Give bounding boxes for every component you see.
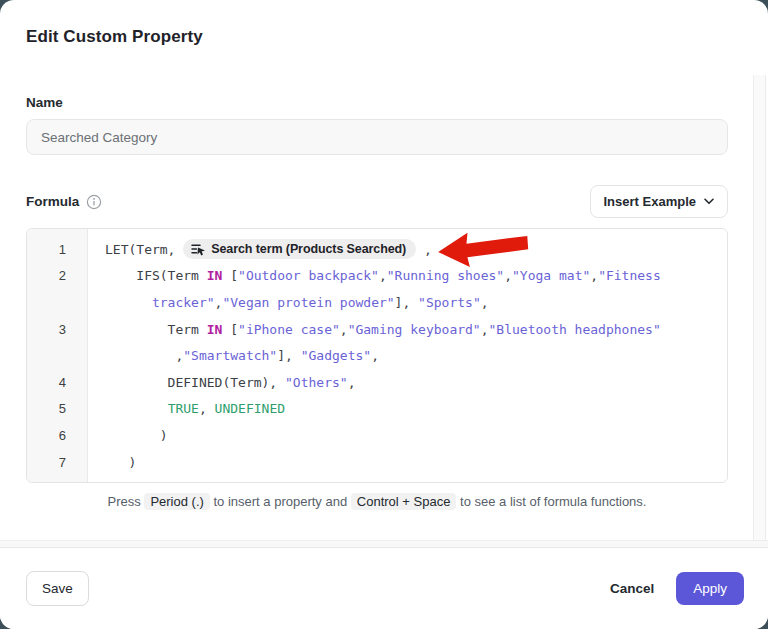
code-token: [: [222, 268, 238, 283]
property-chip[interactable]: Search term (Products Searched): [183, 239, 416, 259]
code-token: UNDEFINED: [215, 401, 285, 416]
footer-divider: [0, 540, 768, 547]
line-number: 7: [27, 455, 87, 470]
code-token: DEFINED(Term),: [105, 375, 285, 390]
insert-example-button[interactable]: Insert Example: [590, 185, 729, 218]
code-token: tracker": [152, 295, 215, 310]
code-token: ,: [379, 268, 387, 283]
code-token: "Vegan protein powder": [222, 295, 394, 310]
save-button[interactable]: Save: [26, 571, 89, 606]
code-token: ,: [481, 295, 489, 310]
code-row: 2 IFS(Term IN ["Outdoor backpack","Runni…: [27, 263, 727, 290]
hint-text: to see a list of formula functions.: [460, 494, 646, 509]
name-label: Name: [26, 95, 728, 110]
code-row: 5 TRUE, UNDEFINED: [27, 396, 727, 423]
property-chip-label: Search term (Products Searched): [211, 242, 406, 256]
line-number: 1: [27, 242, 87, 257]
code-token: "Others": [285, 375, 348, 390]
modal-title: Edit Custom Property: [0, 0, 768, 47]
code-token: [105, 295, 152, 310]
code-token: "Sports": [418, 295, 481, 310]
code-token: ,: [348, 375, 356, 390]
code-token: "Running shoes": [387, 268, 504, 283]
insert-example-label: Insert Example: [604, 194, 697, 209]
code-row: ,"Smartwatch"], "Gadgets",: [27, 342, 727, 369]
apply-button[interactable]: Apply: [676, 572, 744, 605]
line-number: 2: [27, 268, 87, 283]
code-token: ,: [590, 268, 598, 283]
code-token: ,: [481, 322, 489, 337]
code-line: DEFINED(Term), "Others",: [87, 375, 355, 390]
name-input[interactable]: [26, 119, 728, 155]
code-token: ,: [199, 401, 215, 416]
formula-header: Formula Insert Example: [26, 185, 728, 218]
formula-editor[interactable]: 1LET(Term, Search term (Products Searche…: [26, 228, 728, 483]
modal-footer: Save Cancel Apply: [0, 547, 768, 629]
code-token: IFS(Term: [105, 268, 207, 283]
code-token: ],: [395, 295, 418, 310]
code-token: ,: [371, 348, 379, 363]
code-token: "Outdoor backpack": [238, 268, 379, 283]
code-token: TRUE: [168, 401, 199, 416]
chevron-down-icon: [704, 198, 714, 205]
formula-label: Formula: [26, 194, 79, 209]
code-token: "Bluetooth headphones": [489, 322, 661, 337]
code-token: "Yoga mat": [512, 268, 590, 283]
line-number: 4: [27, 375, 87, 390]
cancel-button[interactable]: Cancel: [610, 581, 654, 596]
code-token: ,: [416, 242, 432, 257]
code-token: IN: [207, 268, 223, 283]
code-row: tracker","Vegan protein powder"], "Sport…: [27, 289, 727, 316]
hint-text: to insert a property and: [213, 494, 347, 509]
code-line: tracker","Vegan protein powder"], "Sport…: [87, 295, 489, 310]
modal-body: Name Formula Insert Example: [0, 95, 768, 509]
code-token: ,: [105, 348, 183, 363]
code-line: ): [87, 455, 136, 470]
code-row: 6 ): [27, 422, 727, 449]
kbd-control-space: Control + Space: [351, 493, 457, 510]
code-line: ): [87, 428, 168, 443]
code-token: "Smartwatch": [183, 348, 277, 363]
code-token: IN: [207, 322, 223, 337]
code-line: ,"Smartwatch"], "Gadgets",: [87, 348, 379, 363]
code-token: [: [222, 322, 238, 337]
code-token: ): [105, 428, 168, 443]
property-token-icon: [191, 243, 206, 256]
red-arrow-annotation: [432, 227, 534, 270]
line-number: 5: [27, 401, 87, 416]
code-line: Term IN ["iPhone case","Gaming keyboard"…: [87, 322, 661, 337]
code-line: IFS(Term IN ["Outdoor backpack","Running…: [87, 268, 661, 283]
code-token: [105, 401, 168, 416]
code-token: ,: [215, 295, 223, 310]
code-line: TRUE, UNDEFINED: [87, 401, 285, 416]
scrollbar-track[interactable]: [753, 75, 766, 543]
code-token: Term: [105, 322, 207, 337]
code-line: LET(Term, Search term (Products Searched…: [87, 239, 432, 259]
code-token: "Fitness: [598, 268, 661, 283]
code-token: "Gaming keyboard": [348, 322, 481, 337]
code-row: 4 DEFINED(Term), "Others",: [27, 369, 727, 396]
code-token: ): [105, 455, 136, 470]
code-row: 1LET(Term, Search term (Products Searche…: [27, 236, 727, 263]
hint-text: Press: [108, 494, 141, 509]
code-token: ,: [340, 322, 348, 337]
code-token: "iPhone case": [238, 322, 340, 337]
line-number: 6: [27, 428, 87, 443]
code-token: ],: [277, 348, 300, 363]
code-row: 3 Term IN ["iPhone case","Gaming keyboar…: [27, 316, 727, 343]
code-token: "Gadgets": [301, 348, 371, 363]
formula-hint: Press Period (.) to insert a property an…: [26, 494, 728, 509]
code-token: ,: [504, 268, 512, 283]
info-icon[interactable]: [86, 194, 102, 210]
line-number: 3: [27, 322, 87, 337]
edit-custom-property-modal: Edit Custom Property Name Formula Insert…: [0, 0, 768, 629]
code-token: LET(Term,: [105, 242, 183, 257]
kbd-period: Period (.): [144, 493, 209, 510]
code-row: 7 ): [27, 449, 727, 476]
